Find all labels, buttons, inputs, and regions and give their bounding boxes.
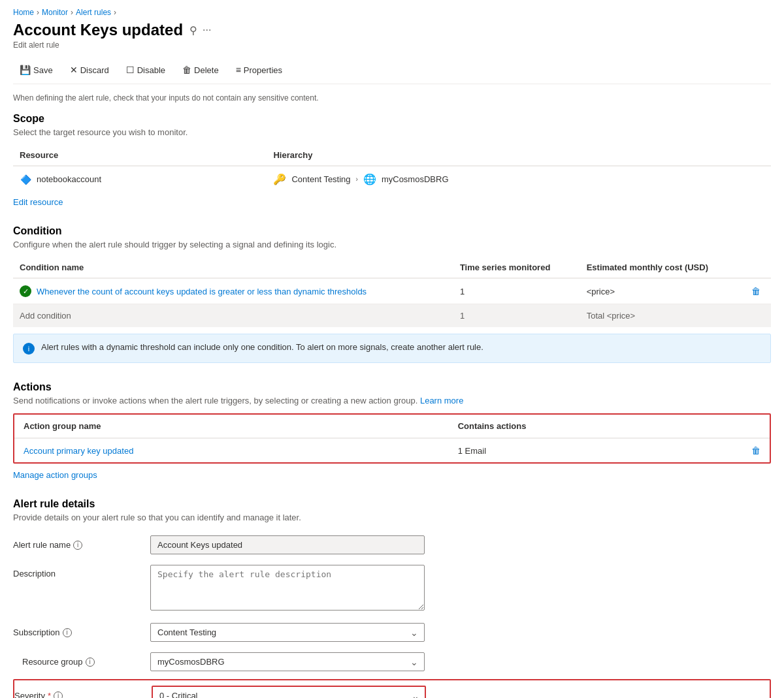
form-label-subscription: Subscription i	[13, 627, 144, 637]
actions-col-delete	[742, 415, 770, 438]
add-condition-total: Total <price>	[580, 304, 745, 328]
scope-desc: Select the target resource you wish to m…	[13, 127, 771, 137]
breadcrumb-alert-rules[interactable]: Alert rules	[76, 8, 111, 17]
table-row: 🔷 notebookaccount 🔑 Content Testing › 🌐 …	[13, 166, 771, 192]
delete-condition-icon[interactable]: 🗑	[751, 286, 760, 296]
toolbar: 💾 Save ✕ Discard ☐ Disable 🗑 Delete ≡ Pr…	[13, 56, 771, 84]
add-condition-row[interactable]: Add condition 1 Total <price>	[13, 304, 771, 328]
condition-section: Condition Configure when the alert rule …	[13, 225, 771, 363]
form-value-severity: 0 - Critical	[145, 686, 426, 698]
page-subtitle: Edit alert rule	[13, 40, 771, 50]
properties-icon: ≡	[236, 65, 241, 75]
save-button[interactable]: 💾 Save	[13, 61, 59, 78]
info-circle-name[interactable]: i	[73, 541, 82, 550]
condition-cost: <price>	[580, 278, 745, 304]
properties-button[interactable]: ≡ Properties	[229, 61, 289, 78]
info-icon: i	[23, 343, 35, 355]
delete-button[interactable]: 🗑 Delete	[176, 61, 225, 78]
condition-name-cell: ✓ Whenever the count of account keys upd…	[13, 278, 453, 304]
subscription-select[interactable]: Content Testing	[150, 623, 425, 642]
manage-action-groups-link[interactable]: Manage action groups	[13, 470, 97, 480]
learn-more-link[interactable]: Learn more	[420, 396, 463, 405]
form-label-name: Alert rule name i	[13, 540, 144, 550]
severity-select[interactable]: 0 - Critical	[152, 686, 426, 698]
form-value-name	[144, 535, 425, 554]
alert-rule-details-title: Alert rule details	[13, 498, 771, 510]
form-row-severity: Severity * i 0 - Critical	[13, 679, 771, 698]
pin-icon[interactable]: ⚲	[189, 24, 197, 37]
breadcrumb-monitor[interactable]: Monitor	[42, 8, 68, 17]
action-group-link[interactable]: Account primary key updated	[24, 446, 133, 456]
cond-col-name: Condition name	[13, 257, 453, 278]
breadcrumb: Home › Monitor › Alert rules ›	[13, 8, 771, 17]
alert-rule-details-desc: Provide details on your alert rule so th…	[13, 513, 771, 522]
severity-select-wrapper: 0 - Critical	[152, 686, 426, 698]
info-circle-rg[interactable]: i	[86, 658, 95, 667]
actions-table-wrapper: Action group name Contains actions Accou…	[13, 413, 771, 464]
subscription-icon: 🔑	[273, 173, 286, 185]
page-title-row: Account Keys updated ⚲ ···	[13, 21, 771, 39]
info-circle-subscription[interactable]: i	[63, 628, 72, 637]
rg-icon: 🌐	[363, 173, 376, 185]
form-row-subscription: Subscription i Content Testing	[13, 618, 771, 647]
form-container: Alert rule name i Description Su	[13, 530, 771, 698]
condition-time-series: 1	[453, 278, 580, 304]
condition-delete[interactable]: 🗑	[745, 278, 771, 304]
form-row-name: Alert rule name i	[13, 530, 771, 560]
scope-resource-cell: 🔷 notebookaccount	[13, 166, 267, 192]
table-row: ✓ Whenever the count of account keys upd…	[13, 278, 771, 304]
rg-name: myCosmosDBRG	[382, 174, 449, 184]
discard-button[interactable]: ✕ Discard	[63, 61, 116, 78]
cond-col-action	[745, 257, 771, 278]
edit-resource-link[interactable]: Edit resource	[13, 197, 63, 207]
form-value-subscription: Content Testing	[144, 623, 425, 642]
scope-table: Resource Hierarchy 🔷 notebookaccount 🔑	[13, 145, 771, 192]
discard-icon: ✕	[70, 65, 78, 75]
condition-table: Condition name Time series monitored Est…	[13, 257, 771, 327]
alert-rule-details-section: Alert rule details Provide details on yo…	[13, 498, 771, 698]
form-label-description: Description	[13, 565, 144, 579]
form-value-rg: myCosmosDBRG	[144, 652, 425, 671]
form-row-description: Description	[13, 560, 771, 618]
scope-title: Scope	[13, 113, 771, 125]
actions-col-name: Action group name	[14, 415, 449, 438]
actions-section: Actions Send notifications or invoke act…	[13, 381, 771, 480]
condition-link[interactable]: Whenever the count of account keys updat…	[37, 287, 367, 296]
add-condition-series: 1	[453, 304, 580, 328]
scope-hierarchy-cell: 🔑 Content Testing › 🌐 myCosmosDBRG	[267, 166, 771, 192]
rg-select[interactable]: myCosmosDBRG	[150, 652, 425, 671]
breadcrumb-home[interactable]: Home	[13, 8, 34, 17]
disable-icon: ☐	[126, 65, 135, 75]
condition-title: Condition	[13, 225, 771, 237]
scope-col-hierarchy: Hierarchy	[267, 145, 771, 166]
info-circle-severity[interactable]: i	[54, 691, 63, 699]
form-label-rg: Resource group i	[22, 657, 144, 667]
add-condition-label[interactable]: Add condition	[13, 304, 453, 328]
actions-col-contains: Contains actions	[449, 415, 742, 438]
table-row: Account primary key updated 1 Email 🗑	[14, 438, 770, 462]
actions-desc: Send notifications or invoke actions whe…	[13, 396, 771, 405]
disable-button[interactable]: ☐ Disable	[120, 61, 172, 78]
subscription-name: Content Testing	[291, 174, 350, 184]
page-title: Account Keys updated	[13, 21, 183, 39]
severity-required: *	[48, 691, 51, 698]
hierarchy-chevron: ›	[356, 176, 358, 183]
scope-resource-name: notebookaccount	[37, 174, 101, 184]
more-icon[interactable]: ···	[203, 24, 211, 36]
scope-section: Scope Select the target resource you wis…	[13, 113, 771, 207]
actions-table: Action group name Contains actions Accou…	[14, 415, 770, 462]
description-textarea[interactable]	[150, 565, 425, 611]
delete-action-icon[interactable]: 🗑	[751, 445, 760, 456]
action-group-name: Account primary key updated	[14, 438, 449, 462]
cond-col-cost: Estimated monthly cost (USD)	[580, 257, 745, 278]
alert-rule-name-input[interactable]	[150, 535, 425, 554]
action-delete[interactable]: 🗑	[742, 438, 770, 462]
form-label-severity: Severity * i	[14, 691, 145, 698]
actions-title: Actions	[13, 381, 771, 393]
resource-icon: 🔷	[20, 174, 31, 185]
condition-info-banner: i Alert rules with a dynamic threshold c…	[13, 334, 771, 363]
cond-col-time: Time series monitored	[453, 257, 580, 278]
action-group-contains: 1 Email	[449, 438, 742, 462]
form-row-resource-group: Resource group i myCosmosDBRG	[13, 647, 771, 676]
warning-banner: When defining the alert rule, check that…	[13, 93, 771, 103]
